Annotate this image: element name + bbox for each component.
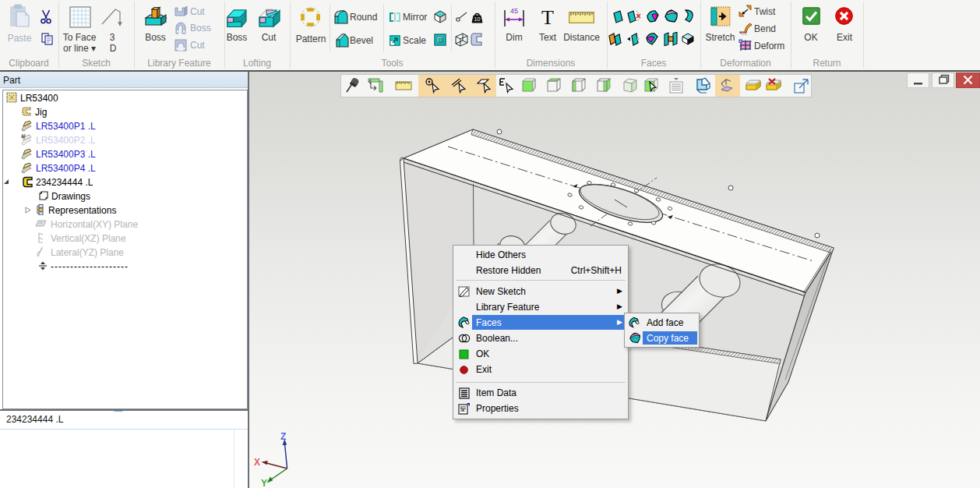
svg-text:10: 10 (474, 16, 481, 22)
svg-text:X: X (254, 457, 260, 468)
svg-text:Y: Y (261, 478, 267, 488)
svg-text:T: T (541, 8, 554, 27)
svg-text:Z: Z (280, 431, 286, 442)
svg-text:45: 45 (510, 7, 518, 15)
